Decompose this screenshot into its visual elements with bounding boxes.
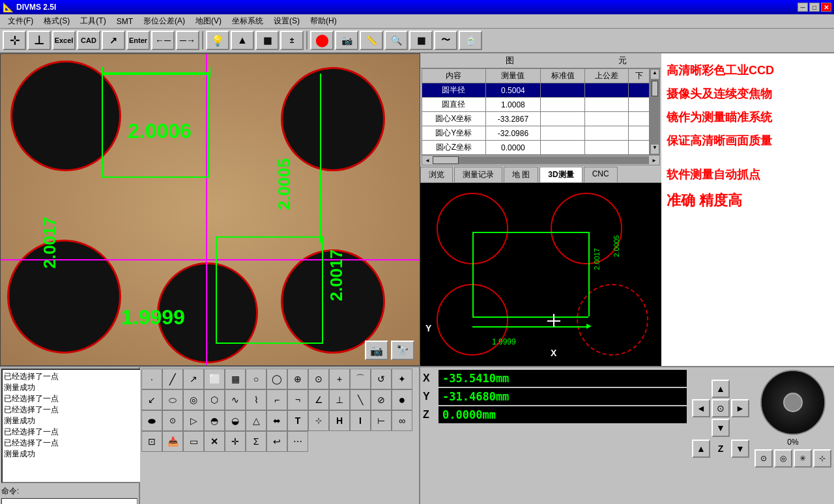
cmd-input[interactable] [1, 498, 137, 504]
tool-arc[interactable]: ⌒ [350, 369, 371, 389]
tool-circle-cross[interactable]: ⊕ [287, 369, 308, 389]
tool-circle-a[interactable]: ◓ [204, 410, 225, 431]
tab-browse[interactable]: 浏览 [420, 167, 453, 182]
thumb-btn3[interactable]: ✳ [794, 449, 812, 468]
arrow-home-btn[interactable]: ⊙ [712, 399, 730, 417]
close-button[interactable]: ✕ [821, 3, 831, 12]
tb-dot-btn[interactable]: ⬤ [310, 31, 334, 50]
tool-angle[interactable]: ∠ [308, 389, 329, 410]
tool-undo[interactable]: ↩ [266, 431, 287, 452]
tool-zigzag[interactable]: ⌇ [246, 389, 266, 410]
tb-right-arrow-btn[interactable]: ─→ [176, 31, 199, 50]
z-up-btn[interactable]: ▲ [692, 440, 710, 458]
tool-prohibited[interactable]: ⊘ [371, 389, 392, 410]
thumb-btn2[interactable]: ◎ [774, 449, 792, 468]
tb-excel-btn[interactable]: Excel [52, 31, 76, 50]
tool-arrow-right[interactable]: ↗ [183, 369, 204, 389]
arrow-up-btn[interactable]: ▲ [712, 380, 730, 398]
tb-ruler-btn[interactable]: 📏 [360, 31, 383, 50]
arrow-left-btn[interactable]: ◄ [692, 399, 710, 417]
menu-settings[interactable]: 设置(S) [268, 14, 305, 28]
tool-ellipse2[interactable]: ◎ [183, 389, 204, 410]
tb-light-btn[interactable]: 💡 [206, 31, 229, 50]
menu-help[interactable]: 帮助(H) [305, 14, 342, 28]
tool-triangle[interactable]: △ [246, 410, 266, 431]
tool-I[interactable]: I [350, 410, 371, 431]
tool-circle-b[interactable]: ◒ [225, 410, 246, 431]
table-row[interactable]: 圆半径 0.5004 [422, 83, 650, 98]
menu-map[interactable]: 地图(V) [190, 14, 227, 28]
tool-circle-o[interactable]: ○ [246, 369, 266, 389]
tool-sigma[interactable]: Σ [246, 431, 266, 452]
tool-x[interactable]: ✕ [204, 431, 225, 452]
tool-wave-line[interactable]: ∿ [225, 389, 246, 410]
tool-H[interactable]: H [329, 410, 350, 431]
tb-enter-btn[interactable]: Enter [126, 31, 150, 50]
tool-infinity[interactable]: ∞ [392, 410, 412, 431]
tool-right-angle[interactable]: ▷ [183, 410, 204, 431]
tb-grid-btn[interactable]: ▦ [255, 31, 279, 50]
tool-target[interactable]: ⊙ [308, 369, 329, 389]
tool-T[interactable]: T [287, 410, 308, 431]
table-row[interactable]: 圆直径 1.0008 [422, 98, 650, 112]
tool-plus2[interactable]: ✛ [225, 431, 246, 452]
tool-ruler2[interactable]: ⊢ [371, 410, 392, 431]
table-hscrollbar[interactable]: ◄ ► [422, 155, 660, 165]
menu-coords[interactable]: 坐标系统 [227, 14, 268, 28]
arrow-right-btn[interactable]: ► [731, 399, 749, 417]
tb-triangle-btn[interactable]: ▲ [231, 31, 254, 50]
tool-line-diag[interactable]: ╱ [162, 369, 183, 389]
menu-tolerance[interactable]: 形位公差(A) [138, 14, 190, 28]
tool-plus[interactable]: + [329, 369, 350, 389]
menu-smt[interactable]: SMT [111, 16, 138, 27]
menu-format[interactable]: 格式(S) [38, 14, 75, 28]
tool-import[interactable]: 📥 [162, 431, 183, 452]
maximize-button[interactable]: □ [809, 3, 820, 12]
tb-camera-btn[interactable]: 📷 [335, 31, 358, 50]
cam-icon-2[interactable]: 🔭 [391, 341, 414, 360]
tb-crosshair-btn[interactable]: ⊹ [3, 31, 26, 50]
tool-rect-sel[interactable]: ⬜ [204, 369, 225, 389]
scroll-up-btn[interactable]: ▲ [650, 69, 659, 79]
scroll-thumb[interactable] [652, 81, 658, 96]
tool-dot2[interactable]: ● [392, 389, 412, 410]
menu-tools[interactable]: 工具(T) [75, 14, 111, 28]
hscroll-thumb[interactable] [433, 156, 459, 164]
tb-perpendicular-btn[interactable]: ⊥ [27, 31, 51, 50]
tool-circle-full[interactable]: ◯ [266, 369, 287, 389]
tool-perp[interactable]: ⊥ [329, 389, 350, 410]
tool-cross-arrow[interactable]: ⊹ [308, 410, 329, 431]
tool-circles3[interactable]: ⊙ [162, 410, 183, 431]
minimize-button[interactable]: ─ [798, 3, 808, 12]
tab-records[interactable]: 测量记录 [454, 167, 502, 182]
tool-slash[interactable]: ╲ [350, 389, 371, 410]
tool-more[interactable]: ⋯ [287, 431, 308, 452]
hscroll-right-btn[interactable]: ► [649, 158, 659, 163]
table-row[interactable]: 圆心Z坐标 0.0000 [422, 141, 650, 155]
tool-star[interactable]: ✦ [392, 369, 412, 389]
tool-hexagon[interactable]: ⬡ [204, 389, 225, 410]
z-down-btn[interactable]: ▼ [731, 440, 749, 458]
thumb-btn4[interactable]: ⊹ [813, 449, 831, 468]
tool-ellipse[interactable]: ⬭ [162, 389, 183, 410]
table-row[interactable]: 圆心Y坐标 -32.0986 [422, 126, 650, 141]
tool-bracket-l[interactable]: ⌐ [266, 389, 287, 410]
tab-map[interactable]: 地 图 [504, 167, 538, 182]
tab-3d[interactable]: 3D测量 [539, 167, 582, 182]
thumb-btn1[interactable]: ⊙ [755, 449, 773, 468]
tool-h-arrow[interactable]: ⬌ [266, 410, 287, 431]
tb-bowl-btn[interactable]: 🍵 [459, 31, 482, 50]
arrow-down-btn[interactable]: ▼ [712, 419, 730, 437]
tool-ellipse3[interactable]: ⬬ [141, 410, 162, 431]
table-row[interactable]: 圆心X坐标 -33.2867 [422, 112, 650, 126]
tool-grid-rect[interactable]: ▦ [225, 369, 246, 389]
tool-rect2[interactable]: ⊡ [141, 431, 162, 452]
tb-plusminus-btn[interactable]: ± [280, 31, 304, 50]
tool-rect3[interactable]: ▭ [183, 431, 204, 452]
table-scrollbar-v[interactable]: ▲ ▼ [650, 68, 660, 155]
tool-dot[interactable]: · [141, 369, 162, 389]
tab-cnc[interactable]: CNC [584, 167, 618, 182]
tb-zoom-btn[interactable]: 🔍 [384, 31, 408, 50]
tb-left-arrow-btn[interactable]: ←─ [151, 31, 175, 50]
tool-bracket-r[interactable]: ¬ [287, 389, 308, 410]
